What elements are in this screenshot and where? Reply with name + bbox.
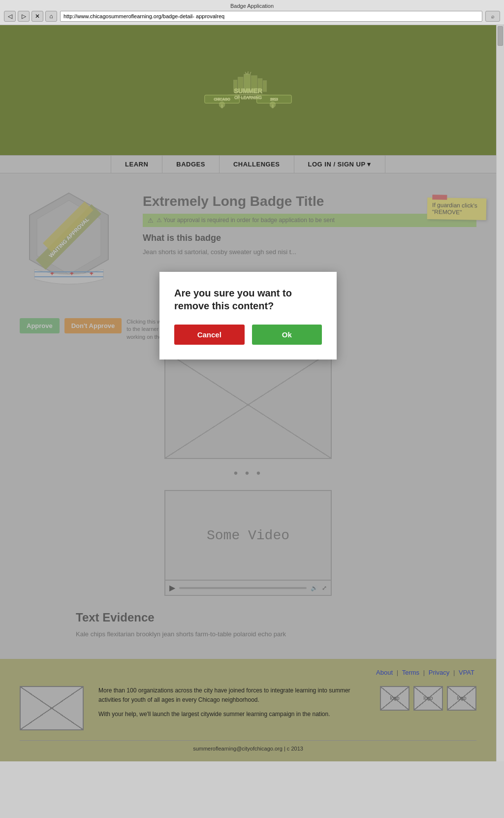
footer-logo-1-label: logo [390,695,400,701]
browser-search-button[interactable]: ⌕ [485,11,500,22]
svg-line-14 [250,72,251,74]
svg-rect-10 [251,76,257,92]
svg-line-15 [245,72,246,74]
nav-challenges[interactable]: CHALLENGES [220,156,294,173]
back-button[interactable]: ◁ [4,11,16,22]
svg-rect-12 [263,81,267,92]
footer-logo-2-label: logo [424,695,433,701]
footer-privacy-link[interactable]: Privacy [429,669,450,676]
svg-rect-17 [221,104,222,108]
svg-rect-7 [238,77,243,92]
nav-badges[interactable]: BADGES [162,156,220,173]
footer-sep-2: | [423,669,427,676]
site-logo-svg: CHICAGO 2013 SUMMER OF LEARNING [199,35,297,148]
footer-logo-2: logo [413,686,443,711]
address-bar[interactable] [60,11,482,22]
svg-text:2013: 2013 [270,98,278,101]
browser-title: Badge Application [4,3,500,9]
nav-login[interactable]: LOG IN / SIGN UP ▾ [294,156,385,173]
footer-vpat-link[interactable]: VPAT [459,669,474,676]
home-button[interactable]: ⌂ [45,11,57,22]
modal-ok-button[interactable]: Ok [252,325,322,345]
site-header: CHICAGO 2013 SUMMER OF LEARNING [0,25,496,155]
footer-copyright: summeroflearning@cityofchicago.org | c 2… [20,740,476,752]
site-nav: LEARN BADGES CHALLENGES LOG IN / SIGN UP… [0,155,496,173]
svg-rect-8 [244,74,251,92]
scrollbar[interactable] [496,25,504,761]
footer-terms-link[interactable]: Terms [402,669,419,676]
modal-overlay: Are you sure you want to remove this con… [0,173,496,659]
footer-logo-3: logo [447,686,476,711]
modal-question: Are you sure you want to remove this con… [174,287,322,312]
svg-rect-19 [272,104,273,108]
scrollbar-thumb[interactable] [498,26,503,46]
browser-chrome: Badge Application ◁ ▷ ✕ ⌂ ⌕ [0,0,504,25]
svg-text:CHICAGO: CHICAGO [214,98,230,101]
svg-rect-6 [234,80,237,92]
footer-about-link[interactable]: About [376,669,393,676]
footer-partner-logos: logo logo logo [380,686,476,711]
footer-logo-1: logo [380,686,410,711]
footer-desc-1: More than 100 organizations across the c… [98,686,365,705]
svg-text:OF LEARNING: OF LEARNING [234,96,262,100]
browser-toolbar: ◁ ▷ ✕ ⌂ ⌕ [4,11,500,22]
page-wrapper: CHICAGO 2013 SUMMER OF LEARNING [0,25,504,761]
footer-main-logo [20,686,84,730]
nav-buttons: ◁ ▷ ✕ ⌂ [4,11,57,22]
footer-body: More than 100 organizations across the c… [20,686,476,730]
modal-box: Are you sure you want to remove this con… [159,272,337,360]
footer-text-area: More than 100 organizations across the c… [98,686,365,720]
footer-sep-3: | [453,669,457,676]
modal-cancel-button[interactable]: Cancel [174,325,245,345]
footer-logo-3-label: logo [457,695,467,701]
footer-desc-2: With your help, we'll launch the largest… [98,710,365,719]
svg-rect-11 [258,79,262,92]
main-content: WAITING APPROVAL ✦ ✦ ✦ [0,173,496,659]
close-button[interactable]: ✕ [32,11,43,22]
forward-button[interactable]: ▷ [18,11,30,22]
page-content: CHICAGO 2013 SUMMER OF LEARNING [0,25,496,761]
nav-learn[interactable]: LEARN [111,156,162,173]
footer-links: About | Terms | Privacy | VPAT [20,669,476,676]
site-footer: About | Terms | Privacy | VPAT More than… [0,659,496,761]
modal-buttons: Cancel Ok [174,325,322,345]
footer-sep-1: | [397,669,400,676]
